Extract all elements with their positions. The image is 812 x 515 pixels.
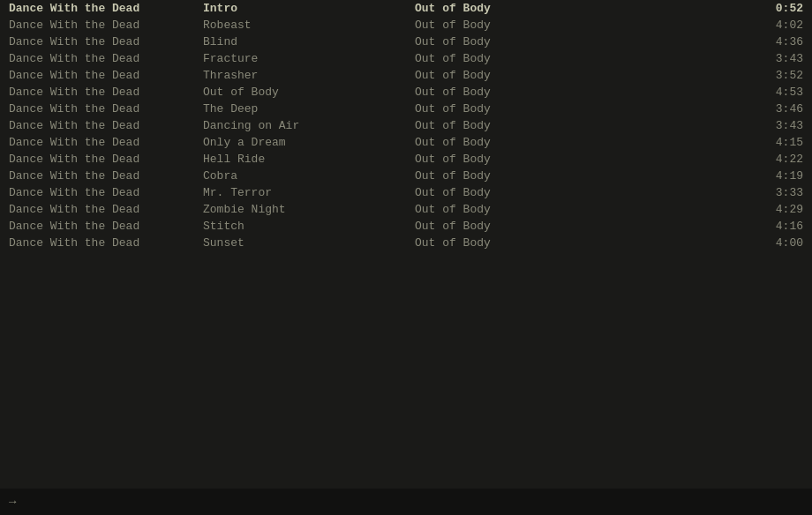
track-album: Out of Body — [415, 35, 750, 49]
track-artist: Dance With the Dead — [9, 69, 203, 82]
track-album: Out of Body — [415, 52, 750, 65]
track-title: Sunset — [203, 236, 415, 250]
track-duration: 4:22 — [750, 153, 803, 166]
list-item[interactable]: Dance With the DeadFractureOut of Body3:… — [0, 50, 812, 67]
header-track: Intro — [203, 2, 415, 15]
track-duration: 4:15 — [750, 136, 803, 149]
list-header: Dance With the Dead Intro Out of Body 0:… — [0, 0, 812, 17]
track-album: Out of Body — [415, 69, 750, 82]
list-item[interactable]: Dance With the DeadRobeastOut of Body4:0… — [0, 17, 812, 34]
track-list: Dance With the Dead Intro Out of Body 0:… — [0, 0, 812, 251]
track-duration: 4:19 — [750, 169, 803, 183]
track-artist: Dance With the Dead — [9, 153, 203, 166]
track-artist: Dance With the Dead — [9, 102, 203, 116]
track-title: The Deep — [203, 102, 415, 116]
track-artist: Dance With the Dead — [9, 236, 203, 250]
list-item[interactable]: Dance With the DeadSunsetOut of Body4:00 — [0, 235, 812, 251]
list-item[interactable]: Dance With the DeadOnly a DreamOut of Bo… — [0, 134, 812, 151]
list-item[interactable]: Dance With the DeadBlindOut of Body4:36 — [0, 34, 812, 50]
list-item[interactable]: Dance With the DeadThe DeepOut of Body3:… — [0, 101, 812, 117]
track-album: Out of Body — [415, 186, 750, 199]
track-duration: 4:00 — [750, 236, 803, 250]
track-duration: 4:36 — [750, 35, 803, 49]
track-duration: 3:43 — [750, 52, 803, 65]
header-artist: Dance With the Dead — [9, 2, 203, 15]
track-artist: Dance With the Dead — [9, 203, 203, 216]
track-title: Blind — [203, 35, 415, 49]
track-artist: Dance With the Dead — [9, 86, 203, 99]
track-artist: Dance With the Dead — [9, 35, 203, 49]
track-title: Dancing on Air — [203, 119, 415, 132]
track-duration: 3:52 — [750, 69, 803, 82]
track-artist: Dance With the Dead — [9, 52, 203, 65]
track-artist: Dance With the Dead — [9, 119, 203, 132]
list-item[interactable]: Dance With the DeadOut of BodyOut of Bod… — [0, 84, 812, 101]
track-album: Out of Body — [415, 203, 750, 216]
track-duration: 4:29 — [750, 203, 803, 216]
track-artist: Dance With the Dead — [9, 136, 203, 149]
track-title: Thrasher — [203, 69, 415, 82]
track-duration: 3:43 — [750, 119, 803, 132]
track-duration: 3:46 — [750, 102, 803, 116]
track-duration: 3:33 — [750, 186, 803, 199]
list-item[interactable]: Dance With the DeadHell RideOut of Body4… — [0, 151, 812, 168]
track-album: Out of Body — [415, 169, 750, 183]
track-album: Out of Body — [415, 153, 750, 166]
track-artist: Dance With the Dead — [9, 220, 203, 233]
track-title: Hell Ride — [203, 153, 415, 166]
track-title: Cobra — [203, 169, 415, 183]
track-duration: 4:16 — [750, 220, 803, 233]
header-duration: 0:52 — [750, 2, 803, 15]
track-title: Mr. Terror — [203, 186, 415, 199]
arrow-icon: → — [9, 495, 16, 509]
track-album: Out of Body — [415, 236, 750, 250]
track-album: Out of Body — [415, 220, 750, 233]
bottom-bar: → — [0, 489, 812, 515]
track-artist: Dance With the Dead — [9, 19, 203, 32]
track-duration: 4:02 — [750, 19, 803, 32]
track-album: Out of Body — [415, 136, 750, 149]
track-title: Out of Body — [203, 86, 415, 99]
header-album: Out of Body — [415, 2, 750, 15]
track-title: Only a Dream — [203, 136, 415, 149]
track-album: Out of Body — [415, 19, 750, 32]
track-album: Out of Body — [415, 86, 750, 99]
list-item[interactable]: Dance With the DeadThrasherOut of Body3:… — [0, 67, 812, 84]
list-item[interactable]: Dance With the DeadStitchOut of Body4:16 — [0, 218, 812, 235]
track-title: Robeast — [203, 19, 415, 32]
list-item[interactable]: Dance With the DeadMr. TerrorOut of Body… — [0, 184, 812, 201]
track-album: Out of Body — [415, 102, 750, 116]
track-title: Fracture — [203, 52, 415, 65]
track-artist: Dance With the Dead — [9, 169, 203, 183]
track-album: Out of Body — [415, 119, 750, 132]
list-item[interactable]: Dance With the DeadDancing on AirOut of … — [0, 117, 812, 134]
list-item[interactable]: Dance With the DeadCobraOut of Body4:19 — [0, 168, 812, 184]
track-title: Stitch — [203, 220, 415, 233]
track-duration: 4:53 — [750, 86, 803, 99]
track-artist: Dance With the Dead — [9, 186, 203, 199]
track-title: Zombie Night — [203, 203, 415, 216]
list-item[interactable]: Dance With the DeadZombie NightOut of Bo… — [0, 201, 812, 218]
